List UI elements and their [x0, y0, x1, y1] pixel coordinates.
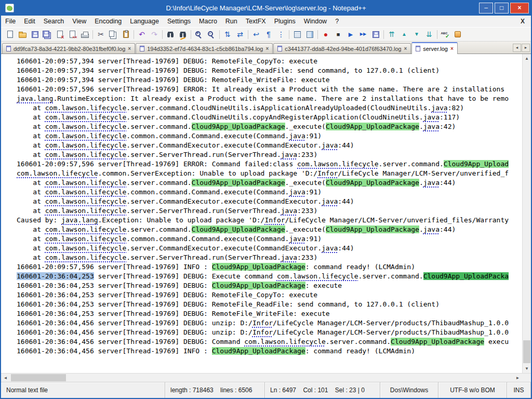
- paste-button[interactable]: [119, 29, 132, 41]
- vertical-scrollbar-track[interactable]: [523, 63, 531, 364]
- log-line[interactable]: at com.lawson.lifecycle.server.command.C…: [17, 178, 522, 188]
- status-cursor-position[interactable]: Ln : 6497 Col : 101 Sel : 23 | 0: [265, 382, 380, 398]
- menu-item-macro[interactable]: Macro: [195, 17, 221, 26]
- undo-button[interactable]: ↶: [136, 29, 148, 41]
- log-line[interactable]: 160601-20:36:04,456 server[Thread-19769]…: [17, 328, 522, 337]
- log-line[interactable]: at com.lawson.lifecycle.server.CommandEx…: [17, 197, 522, 206]
- show-all-characters-button[interactable]: ¶: [262, 29, 275, 41]
- save-button[interactable]: [29, 29, 41, 41]
- menu-item-file[interactable]: File: [1, 17, 20, 26]
- log-line[interactable]: 160601-20:09:57,596 server[Thread-19769]…: [17, 262, 522, 272]
- menu-item-help[interactable]: ?: [331, 17, 343, 26]
- plugin-last-button[interactable]: ⇊: [423, 29, 435, 41]
- log-line[interactable]: at com.lawson.lifecycle.server.command.C…: [17, 103, 522, 113]
- word-wrap-button[interactable]: ↩: [250, 29, 262, 41]
- maximize-button[interactable]: □: [495, 3, 509, 14]
- tab-scroll-left-icon[interactable]: ◄: [513, 44, 521, 52]
- menu-item-edit[interactable]: Edit: [20, 17, 39, 26]
- menu-item-plugins[interactable]: Plugins: [270, 17, 300, 26]
- new-file-button[interactable]: [4, 29, 16, 41]
- log-line[interactable]: 160601-20:09:57,394 server[Thread-19769]…: [17, 57, 522, 66]
- tab-scroll-right-icon[interactable]: ►: [522, 44, 530, 52]
- log-line[interactable]: 160601-20:36:04,456 server[Thread-19769]…: [17, 347, 522, 356]
- log-line[interactable]: at com.lawson.lifecycle.server.ServerThr…: [17, 150, 522, 159]
- log-line[interactable]: at com.lawson.lifecycle.server.command.C…: [17, 225, 522, 234]
- menu-item-search[interactable]: Search: [39, 17, 69, 26]
- horizontal-scrollbar-thumb[interactable]: [11, 374, 66, 381]
- plugin-first-button[interactable]: ⇈: [385, 29, 398, 41]
- log-line[interactable]: at com.lawson.lifecycle.common.command.C…: [17, 234, 522, 244]
- cut-button[interactable]: ✂: [95, 29, 107, 41]
- log-line[interactable]: Caused by: java.lang.Exception: Unable t…: [17, 216, 522, 225]
- menu-item-run[interactable]: Run: [221, 17, 242, 26]
- menu-item-settings[interactable]: Settings: [163, 17, 195, 26]
- status-encoding[interactable]: UTF-8 w/o BOM: [438, 382, 507, 398]
- close-file-button[interactable]: [54, 29, 66, 41]
- tab-dd9fca73-8a3d-4221-9bb2-80e31fbef0f0.log[interactable]: dd9fca73-8a3d-4221-9bb2-80e31fbef0f0.log…: [2, 43, 135, 54]
- macro-record-button[interactable]: ●: [320, 29, 332, 41]
- sync-horizontal-scroll-button[interactable]: ⇄: [234, 29, 246, 41]
- tab-close-icon[interactable]: ×: [450, 46, 454, 51]
- log-line[interactable]: at com.lawson.lifecycle.common.command.C…: [17, 131, 522, 141]
- close-all-button[interactable]: [66, 29, 78, 41]
- log-line[interactable]: 160601-20:36:04,253 server[Thread-19769]…: [17, 272, 522, 281]
- replace-button[interactable]: [177, 29, 189, 41]
- log-line[interactable]: at com.lawson.lifecycle.server.ServerThr…: [17, 206, 522, 216]
- scroll-down-icon[interactable]: ▼: [523, 364, 531, 373]
- document-map-button[interactable]: [303, 29, 316, 41]
- save-all-button[interactable]: [41, 29, 54, 41]
- macro-save-button[interactable]: [369, 29, 382, 41]
- plugin-prev-button[interactable]: ▲: [398, 29, 410, 41]
- menu-item-language[interactable]: Language: [126, 17, 163, 26]
- tab-close-icon[interactable]: ×: [404, 46, 407, 51]
- log-line[interactable]: 160601-20:09:57,394 server[Thread-19769]…: [17, 66, 522, 75]
- horizontal-scrollbar[interactable]: ◄ ►: [1, 373, 531, 382]
- find-button[interactable]: [164, 29, 177, 41]
- log-line[interactable]: at com.lawson.lifecycle.server.command.C…: [17, 113, 522, 122]
- log-line[interactable]: 160601-20:09:57,394 server[Thread-19769]…: [17, 75, 522, 85]
- menu-item-textfx[interactable]: TextFX: [242, 17, 270, 26]
- print-button[interactable]: [78, 29, 91, 41]
- function-list-button[interactable]: [291, 29, 303, 41]
- horizontal-scrollbar-track[interactable]: [10, 374, 513, 382]
- menu-item-view[interactable]: View: [68, 17, 90, 26]
- redo-button[interactable]: ↷: [148, 29, 161, 41]
- scroll-left-icon[interactable]: ◄: [1, 374, 10, 382]
- tab-close-icon[interactable]: ×: [128, 46, 131, 51]
- log-line[interactable]: 160601-20:36:04,456 server[Thread-19769]…: [17, 337, 522, 347]
- tab-c3441377-dda8-42ed-94be-401d76f63470.log[interactable]: c3441377-dda8-42ed-94be-401d76f63470.log…: [273, 43, 411, 54]
- open-file-button[interactable]: [16, 29, 29, 41]
- log-line[interactable]: 160601-20:36:04,456 server[Thread-19769]…: [17, 318, 522, 328]
- menu-item-encoding[interactable]: Encoding: [90, 17, 126, 26]
- menubar-close-button[interactable]: X: [514, 18, 531, 25]
- status-eol-format[interactable]: Dos\Windows: [380, 382, 438, 398]
- log-line[interactable]: 160601-20:09:57,596 server[Thread-19769]…: [17, 159, 522, 169]
- menu-item-window[interactable]: Window: [300, 17, 331, 26]
- log-line[interactable]: 160601-20:36:04,253 server[Thread-19769]…: [17, 309, 522, 318]
- spell-check-button[interactable]: [439, 29, 451, 41]
- log-line[interactable]: 160601-20:36:04,253 server[Thread-19769]…: [17, 300, 522, 309]
- log-line[interactable]: 160601-20:36:04,253 server[Thread-19769]…: [17, 290, 522, 300]
- status-insert-mode[interactable]: INS: [507, 382, 531, 398]
- macro-play-button[interactable]: ▶: [344, 29, 357, 41]
- scroll-up-icon[interactable]: ▲: [523, 54, 531, 63]
- macro-stop-button[interactable]: ■: [332, 29, 344, 41]
- plugin-button[interactable]: [451, 29, 464, 41]
- log-line[interactable]: at com.lawson.lifecycle.server.command.C…: [17, 122, 522, 131]
- scroll-right-icon[interactable]: ►: [513, 374, 522, 382]
- log-line[interactable]: java.lang.RuntimeException: It already e…: [17, 94, 522, 103]
- log-line[interactable]: at com.lawson.lifecycle.server.CommandEx…: [17, 244, 522, 253]
- log-line[interactable]: 160601-20:36:04,253 server[Thread-19769]…: [17, 281, 522, 290]
- vertical-scrollbar[interactable]: ▲ ▼: [522, 54, 531, 373]
- copy-button[interactable]: [107, 29, 119, 41]
- editor-content[interactable]: 160601-20:09:57,394 server[Thread-19769]…: [1, 54, 522, 373]
- vertical-scrollbar-thumb[interactable]: [523, 340, 530, 363]
- macro-run-multiple-button[interactable]: ▶▶: [357, 29, 369, 41]
- indent-guide-button[interactable]: ⋮: [275, 29, 287, 41]
- log-line[interactable]: at com.lawson.lifecycle.common.command.C…: [17, 188, 522, 197]
- zoom-out-button[interactable]: [205, 29, 218, 41]
- plugin-next-button[interactable]: ▼: [410, 29, 423, 41]
- minimize-button[interactable]: –: [479, 3, 493, 14]
- log-line[interactable]: at com.lawson.lifecycle.server.CommandEx…: [17, 141, 522, 150]
- log-line[interactable]: at com.lawson.lifecycle.server.ServerThr…: [17, 253, 522, 262]
